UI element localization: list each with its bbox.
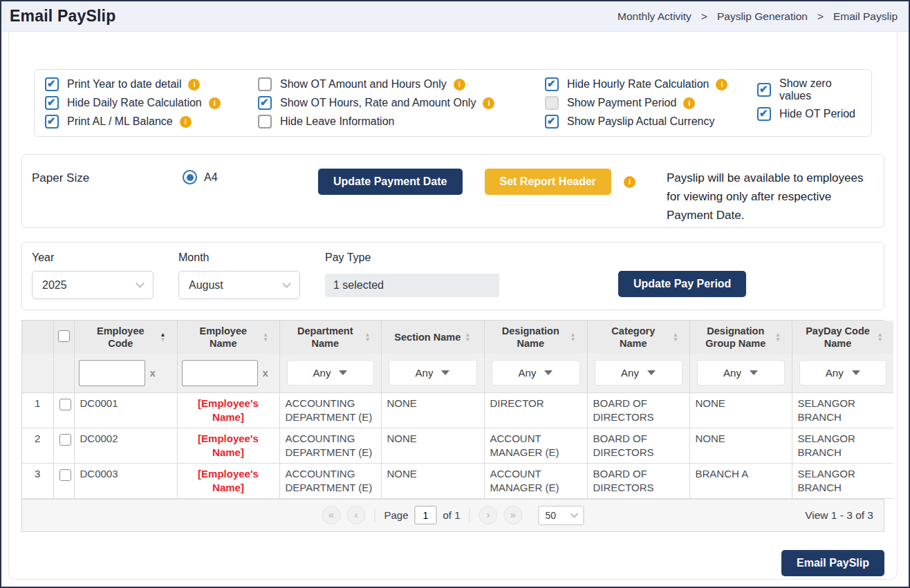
option-print-year-to-date[interactable]: Print Year to date detail i: [45, 77, 258, 91]
sort-icons[interactable]: ▲▼: [775, 332, 781, 342]
row-checkbox[interactable]: [59, 399, 71, 410]
filter-select-category[interactable]: Any: [595, 360, 682, 386]
info-icon[interactable]: i: [683, 97, 695, 109]
option-label: Hide Daily Rate Calculation: [67, 97, 202, 109]
filter-input-employee-code[interactable]: [79, 360, 145, 386]
previous-page-button[interactable]: ‹: [346, 506, 365, 524]
filter-input-employee-name[interactable]: [182, 360, 258, 386]
checkbox[interactable]: [757, 107, 771, 121]
filter-select-payday-code[interactable]: Any: [799, 360, 887, 386]
page-size-select[interactable]: 50: [539, 506, 584, 525]
table-row[interactable]: 1 DC0001 [Employee's Name] ACCOUNTING DE…: [22, 392, 893, 428]
update-payment-date-button[interactable]: Update Payment Date: [318, 169, 463, 195]
column-header-employee-code[interactable]: Employee Code ▲▼: [74, 321, 177, 354]
table-row[interactable]: 2 DC0002 [Employee's Name] ACCOUNTING DE…: [22, 428, 893, 463]
view-range-text: View 1 - 3 of 3: [805, 509, 873, 522]
paper-size-label: Paper Size: [32, 169, 183, 185]
info-icon[interactable]: i: [483, 97, 494, 109]
info-icon[interactable]: i: [716, 79, 727, 91]
sort-icons[interactable]: ▲▼: [673, 332, 678, 342]
top-bar: Email PaySlip Monthly Activity > Payslip…: [1, 1, 909, 32]
column-header-designation-group-name[interactable]: Designation Group Name ▲▼: [689, 321, 792, 354]
year-select[interactable]: 2025: [32, 271, 154, 299]
option-show-ot-hours-rate-amount[interactable]: Show OT Hours, Rate and Amount Only i: [258, 96, 545, 110]
pay-type-select[interactable]: 1 selected: [325, 274, 499, 297]
next-page-button[interactable]: ›: [479, 506, 498, 524]
first-page-button[interactable]: «: [322, 506, 340, 524]
sort-icons[interactable]: ▲▼: [878, 332, 883, 342]
sort-icons[interactable]: ▲▼: [570, 332, 575, 342]
filter-select-designation[interactable]: Any: [492, 360, 580, 386]
checkbox[interactable]: [258, 77, 272, 91]
checkbox[interactable]: [258, 96, 272, 110]
sort-icons[interactable]: ▲▼: [263, 332, 268, 342]
pay-type-value: 1 selected: [333, 279, 384, 292]
cell-designation: ACCOUNT MANAGER (E): [484, 428, 587, 463]
radio-selected-icon[interactable]: [183, 170, 197, 184]
option-hide-daily-rate[interactable]: Hide Daily Rate Calculation i: [45, 96, 258, 110]
cell-payday-code: SELANGOR BRANCH: [792, 463, 893, 498]
options-column-4: Show zero values Hide OT Period: [757, 77, 861, 129]
email-payslip-button[interactable]: Email PaySlip: [781, 550, 884, 576]
cell-designation: DIRECTOR: [484, 392, 587, 428]
column-header-section-name[interactable]: Section Name ▲▼: [381, 321, 484, 354]
filter-select-department[interactable]: Any: [287, 360, 374, 386]
info-icon[interactable]: i: [180, 116, 192, 128]
update-pay-period-button[interactable]: Update Pay Period: [618, 271, 746, 297]
last-page-button[interactable]: »: [504, 506, 523, 524]
checkbox[interactable]: [45, 77, 59, 91]
breadcrumb-item-monthly-activity[interactable]: Monthly Activity: [618, 10, 691, 23]
info-icon[interactable]: i: [188, 79, 200, 91]
breadcrumb-item-payslip-generation[interactable]: Payslip Generation: [717, 10, 808, 23]
checkbox[interactable]: [757, 83, 771, 97]
clear-filter-icon[interactable]: x: [263, 367, 268, 379]
pay-type-field: Pay Type 1 selected: [325, 252, 499, 297]
option-hide-hourly-rate[interactable]: Hide Hourly Rate Calculation i: [545, 77, 757, 91]
column-header-category-name[interactable]: Category Name ▲▼: [587, 321, 689, 354]
row-checkbox[interactable]: [59, 434, 71, 446]
info-icon[interactable]: i: [624, 176, 635, 188]
page-of-label: of 1: [443, 509, 461, 521]
cell-category: BOARD OF DIRECTORS: [587, 428, 689, 463]
clear-filter-icon[interactable]: x: [150, 367, 156, 379]
sort-icons[interactable]: ▲▼: [160, 332, 165, 342]
sort-desc-icon: ▼: [775, 337, 781, 342]
option-hide-leave-information[interactable]: Hide Leave Information: [258, 115, 545, 129]
option-show-zero-values[interactable]: Show zero values: [757, 77, 861, 102]
month-select[interactable]: August: [178, 271, 300, 299]
cell-employee-code: DC0001: [74, 392, 177, 428]
option-show-ot-amount-hours[interactable]: Show OT Amount and Hours Only i: [258, 77, 545, 91]
breadcrumb-item-email-payslip: Email Payslip: [833, 10, 898, 23]
checkbox[interactable]: [45, 115, 59, 129]
checkbox[interactable]: [258, 115, 272, 129]
column-header-department-name[interactable]: Department Name ▲▼: [279, 321, 381, 354]
table-row[interactable]: 3 DC0003 [Employee's Name] ACCOUNTING DE…: [22, 463, 893, 498]
option-show-payment-period[interactable]: Show Payment Period i: [545, 96, 757, 110]
checkbox[interactable]: [545, 77, 559, 91]
sort-icons[interactable]: ▲▼: [364, 332, 370, 342]
filter-select-designation-group[interactable]: Any: [697, 360, 785, 386]
info-icon[interactable]: i: [454, 79, 465, 91]
options-column-2: Show OT Amount and Hours Only i Show OT …: [258, 77, 545, 129]
checkbox[interactable]: [545, 115, 559, 129]
column-header-payday-code-name[interactable]: PayDay Code Name ▲▼: [792, 321, 893, 354]
paper-buttons: Update Payment Date Set Report Header i: [318, 169, 635, 195]
sort-icons[interactable]: ▲▼: [465, 332, 470, 342]
page-size-value: 50: [546, 510, 557, 521]
checkbox[interactable]: [45, 96, 59, 110]
cell-department: ACCOUNTING DEPARTMENT (E): [279, 428, 381, 463]
column-header-employee-name[interactable]: Employee Name ▲▼: [177, 321, 279, 354]
info-icon[interactable]: i: [209, 97, 221, 109]
month-field: Month August: [178, 252, 300, 299]
row-checkbox[interactable]: [59, 469, 71, 481]
filter-select-section[interactable]: Any: [389, 360, 477, 386]
option-print-al-ml-balance[interactable]: Print AL / ML Balance i: [45, 115, 258, 129]
option-label: Hide Leave Information: [280, 115, 394, 128]
select-all-checkbox[interactable]: [58, 330, 70, 342]
column-header-designation-name[interactable]: Designation Name ▲▼: [484, 321, 587, 354]
option-show-payslip-actual-currency[interactable]: Show Payslip Actual Currency: [545, 115, 757, 129]
paper-size-a4-radio[interactable]: A4: [183, 169, 318, 184]
option-hide-ot-period[interactable]: Hide OT Period: [757, 107, 861, 121]
set-report-header-button[interactable]: Set Report Header: [485, 169, 612, 195]
page-number-input[interactable]: [415, 506, 437, 524]
